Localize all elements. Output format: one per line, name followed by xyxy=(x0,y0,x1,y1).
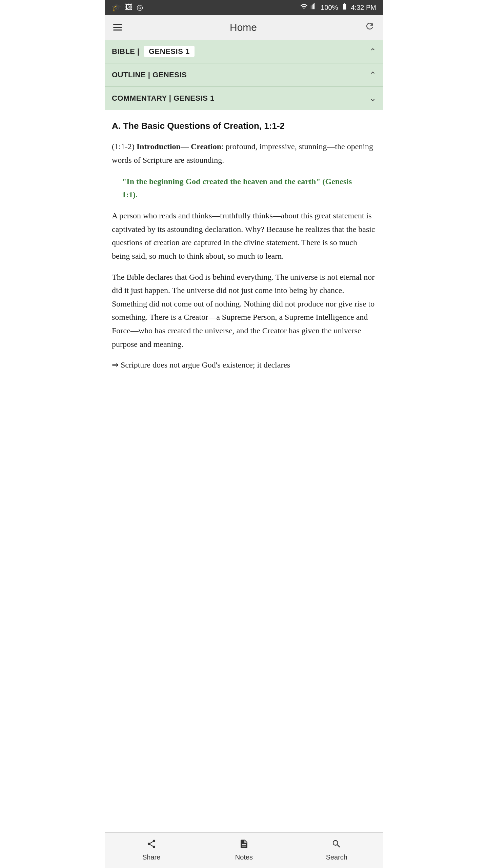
status-bar: 🎓 🖼 ◎ 100% 4:32 PM xyxy=(105,0,383,15)
paragraph1-bold: Introduction— Creation xyxy=(137,142,221,151)
time-display: 4:32 PM xyxy=(351,4,376,12)
scripture-quote-text: "In the beginning God created the heaven… xyxy=(122,175,366,201)
outline-chevron-up-icon: ⌃ xyxy=(369,70,376,80)
outline-section-label: OUTLINE | GENESIS xyxy=(112,71,187,79)
commentary-section-label: COMMENTARY | GENESIS 1 xyxy=(112,94,215,103)
commentary-section-header[interactable]: COMMENTARY | GENESIS 1 ⌄ xyxy=(105,87,383,110)
paragraph3: The Bible declares that God is behind ev… xyxy=(112,271,376,351)
paragraph1-prefix: (1:1-2) xyxy=(112,142,137,151)
commentary-chevron-down-icon: ⌄ xyxy=(369,94,376,103)
paragraph2: A person who reads and thinks—truthfully… xyxy=(112,209,376,263)
graduation-cap-icon: 🎓 xyxy=(112,3,121,12)
status-icons: 🎓 🖼 ◎ xyxy=(112,3,143,12)
intro-paragraph: (1:1-2) Introduction— Creation: profound… xyxy=(112,140,376,167)
circle-icon: ◎ xyxy=(137,3,143,12)
battery-percent: 100% xyxy=(321,4,338,12)
wifi-icon xyxy=(300,3,308,12)
refresh-button[interactable] xyxy=(365,21,375,34)
signal-icon xyxy=(310,3,318,12)
top-nav: Home xyxy=(105,15,383,40)
bible-section-header[interactable]: BIBLE | GENESIS 1 ⌃ xyxy=(105,40,383,63)
menu-button[interactable] xyxy=(113,24,122,31)
bible-chevron-up-icon: ⌃ xyxy=(369,47,376,56)
scripture-quote-block: "In the beginning God created the heaven… xyxy=(122,175,366,201)
arrow-paragraph: ⇒ Scripture does not argue God's existen… xyxy=(112,358,376,372)
outline-section-header[interactable]: OUTLINE | GENESIS ⌃ xyxy=(105,63,383,87)
bible-section-label: BIBLE | GENESIS 1 xyxy=(112,47,195,56)
content-section-title: A. The Basic Questions of Creation, 1:1-… xyxy=(112,118,376,133)
main-content: A. The Basic Questions of Creation, 1:1-… xyxy=(105,110,383,380)
status-right: 100% 4:32 PM xyxy=(300,3,376,12)
battery-icon xyxy=(341,3,348,12)
page-title: Home xyxy=(230,22,257,33)
image-icon: 🖼 xyxy=(125,3,133,12)
